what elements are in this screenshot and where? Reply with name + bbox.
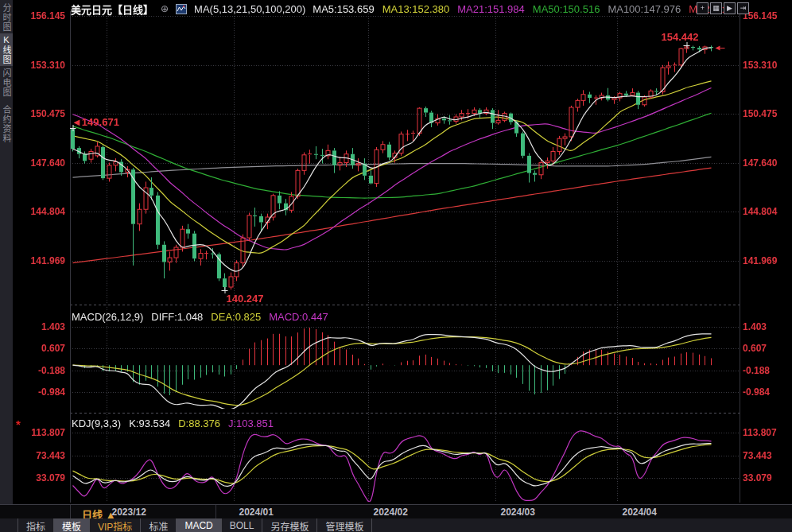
axis-tick-label: 153.310 <box>14 60 65 71</box>
ma-values: MA5:153.659MA13:152.380MA21:151.984MA50:… <box>313 3 724 15</box>
mini-chart-icon[interactable] <box>176 4 187 14</box>
ma-value-label: MA13:152.380 <box>382 3 450 15</box>
play-panel-icon[interactable]: ▶ <box>724 2 736 14</box>
indicator-value-label: DEA:0.825 <box>211 311 261 323</box>
axis-tick-label: 150.475 <box>14 108 65 119</box>
candlestick-chart-canvas[interactable] <box>0 0 792 532</box>
ma-settings-label: MA(5,13,21,50,100,200) <box>194 3 305 15</box>
ma-value-label: MA5:153.659 <box>313 3 374 15</box>
axis-tick-label: 144.804 <box>14 206 65 217</box>
shift-right-icon[interactable]: ⇥ <box>737 2 749 14</box>
axis-tick-label: 113.807 <box>14 427 65 438</box>
axis-tick-label: -0.984 <box>743 386 770 398</box>
axis-tick-label: -0.188 <box>743 365 770 376</box>
indicator-value-label: K:93.534 <box>129 417 170 429</box>
axis-tick-label: 1.403 <box>743 321 767 332</box>
axis-tick-label: 156.145 <box>14 10 65 21</box>
time-axis-row: 日线 ▲ 2023/122024/012024/022024/032024/04 <box>0 504 792 519</box>
bottom-tab-bar: 指标模板VIP指标标准MACDBOLL另存模板管理模板 <box>0 518 792 532</box>
macd-indicator-header: MACD(26,12,9)DIFF:1.048DEA:0.825MACD:0.4… <box>72 311 328 323</box>
month-label: 2024/02 <box>374 507 408 518</box>
left-sidebar: 分时图K线图闪电图合约资料 <box>0 0 14 504</box>
bottom-tab-3[interactable]: VIP指标 <box>90 518 141 532</box>
alarm-icon[interactable]: * <box>16 417 21 431</box>
ma-value-label: MA100:147.976 <box>608 3 681 15</box>
bottom-tab-5[interactable]: MACD <box>177 518 221 532</box>
panel-layout-icon[interactable]: ▦ <box>710 2 722 14</box>
bottom-tab-7[interactable]: 另存模板 <box>262 518 317 532</box>
chart-header: 美元日元【日线】 ⊕ MA(5,13,21,50,100,200) MA5:15… <box>71 2 724 15</box>
price-annotation: 154.442 <box>662 31 699 43</box>
axis-tick-label: 73.443 <box>14 450 65 461</box>
symbol-title: 美元日元【日线】 <box>71 2 153 17</box>
axis-tick-label: 153.310 <box>743 60 777 71</box>
sidebar-item-3[interactable]: 闪电图 <box>0 67 13 99</box>
sidebar-item-4[interactable]: 合约资料 <box>0 103 13 145</box>
axis-tick-label: 141.969 <box>743 255 777 266</box>
indicator-value-label: DIFF:1.048 <box>151 311 203 323</box>
month-label: 2024/04 <box>623 507 657 518</box>
chart-toolbar: +▦▶⇥ <box>697 2 749 14</box>
month-label: 2023/12 <box>112 507 146 518</box>
price-annotation: ◄149.671 <box>72 116 119 128</box>
axis-tick-label: -0.984 <box>14 386 65 398</box>
axis-tick-label: 0.607 <box>14 343 65 354</box>
axis-tick-label: 147.640 <box>14 157 65 169</box>
month-label: 2024/03 <box>501 507 535 518</box>
axis-tick-label: 141.969 <box>14 255 65 266</box>
indicator-value-label: MACD:0.447 <box>269 311 328 323</box>
bottom-tab-4[interactable]: 标准 <box>141 518 177 532</box>
indicator-value-label: D:88.376 <box>178 417 220 429</box>
axis-tick-label: 33.079 <box>743 472 772 483</box>
axis-tick-label: 147.640 <box>743 157 777 169</box>
axis-tick-label: 150.475 <box>743 108 777 119</box>
sidebar-item-1[interactable]: 分时图 <box>0 2 13 33</box>
sidebar-item-2[interactable]: K线图 <box>0 33 13 66</box>
bottom-tab-1[interactable]: 指标 <box>17 518 54 532</box>
crosshair-icon[interactable]: + <box>697 2 709 14</box>
bottom-tab-6[interactable]: BOLL <box>222 518 263 532</box>
ma-value-label: MA50:150.516 <box>533 3 600 15</box>
axis-tick-label: 1.403 <box>14 321 65 332</box>
axis-tick-label: 144.804 <box>743 206 777 217</box>
axis-tick-label: -0.188 <box>14 365 65 376</box>
axis-tick-label: 113.807 <box>743 427 777 438</box>
indicator-value-label: J:103.851 <box>228 417 274 429</box>
collapse-icon[interactable]: ⊕ <box>161 3 169 14</box>
axis-tick-label: 33.079 <box>14 472 65 483</box>
month-label: 2024/01 <box>239 507 274 518</box>
indicator-value-label: KDJ(9,3,3) <box>72 417 121 429</box>
indicator-value-label: MACD(26,12,9) <box>72 311 143 323</box>
trading-app-window: 分时图K线图闪电图合约资料 美元日元【日线】 ⊕ MA(5,13,21,50,1… <box>0 0 792 532</box>
bottom-tab-2[interactable]: 模板 <box>54 518 90 532</box>
bottom-tab-8[interactable]: 管理模板 <box>317 518 372 532</box>
price-annotation: 140.247 <box>227 293 264 305</box>
ma-value-label: MA21:151.984 <box>457 3 525 15</box>
axis-tick-label: 0.607 <box>743 343 767 354</box>
axis-tick-label: 73.443 <box>743 450 772 461</box>
kdj-indicator-header: KDJ(9,3,3)K:93.534D:88.376J:103.851 <box>72 417 274 429</box>
